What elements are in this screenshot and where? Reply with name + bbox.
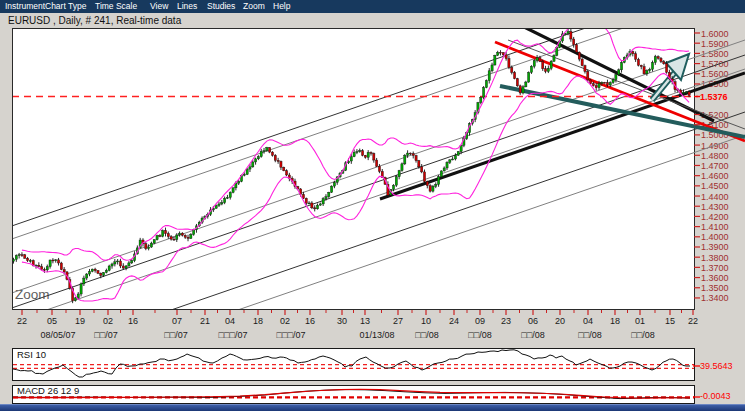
menu-item-zoom[interactable]: Zoom (243, 1, 265, 11)
macd-value-label: -0.0043 (700, 391, 731, 401)
price-axis-label: 1.4900 (701, 141, 729, 151)
x-axis-day-label: 09 (470, 316, 490, 326)
price-axis-label: 1.6000 (701, 29, 729, 39)
price-axis-label: 1.5000 (701, 130, 729, 140)
x-axis-day-label: 01 (630, 316, 650, 326)
price-axis-label: 1.4600 (701, 171, 729, 181)
x-axis-day-label: 27 (388, 316, 408, 326)
x-axis-month-label: □□□/07 (201, 330, 265, 340)
menu-item-help[interactable]: Help (273, 1, 290, 11)
x-axis-day-label: 21 (195, 316, 215, 326)
price-axis-label: 1.5800 (701, 49, 729, 59)
x-axis-day-label: 24 (444, 316, 464, 326)
price-axis-label: 1.4800 (701, 151, 729, 161)
x-axis-day-label: 16 (300, 316, 320, 326)
menu-item-view[interactable]: View (150, 1, 168, 11)
chart-plot-area[interactable] (12, 28, 695, 310)
macd-panel[interactable] (12, 385, 695, 404)
price-axis-label: 1.4400 (701, 192, 729, 202)
x-axis-month-label: □□/07 (144, 330, 208, 340)
menu-item-studies[interactable]: Studies (207, 1, 235, 11)
chart-title: EURUSD , Daily, # 241, Real-time data (8, 15, 181, 26)
x-axis-day-label: 16 (123, 316, 143, 326)
x-axis-day-label: 13 (355, 316, 375, 326)
price-axis-label: 1.5200 (701, 110, 729, 120)
x-axis-day-label: 30 (332, 316, 352, 326)
price-axis-label: 1.4200 (701, 212, 729, 222)
menu-bar: Instrument Chart Type Time Scale View Li… (0, 0, 745, 13)
macd-label: MACD 26 12 9 (17, 385, 79, 396)
rsi-value-label: 39.5643 (700, 361, 733, 371)
x-axis-day-label: 04 (578, 316, 598, 326)
rsi-label: RSI 10 (17, 349, 46, 360)
x-axis-day-label: 23 (496, 316, 516, 326)
price-axis-label: 1.4000 (701, 232, 729, 242)
price-axis-label: 1.3700 (701, 263, 729, 273)
x-axis-day-label: 15 (660, 316, 680, 326)
price-axis-label: 1.3800 (701, 253, 729, 263)
price-axis-label: 1.3600 (701, 273, 729, 283)
x-axis-day-label: 20 (550, 316, 570, 326)
menu-item-time-scale[interactable]: Time Scale (95, 1, 137, 11)
x-axis-day-label: 18 (248, 316, 268, 326)
x-axis-month-label: □□/08 (611, 330, 675, 340)
x-axis-month-label: □□□/07 (259, 330, 323, 340)
price-axis-label: 1.5900 (701, 39, 729, 49)
x-axis-day-label: 22 (683, 316, 703, 326)
price-axis-label: 1.3500 (701, 283, 729, 293)
menu-item-instrument[interactable]: Instrument (5, 1, 45, 11)
x-axis-day-label: 07 (167, 316, 187, 326)
price-axis-label: 1.5100 (701, 120, 729, 130)
x-axis-month-label: □□/07 (74, 330, 138, 340)
chart-title-bar: EURUSD , Daily, # 241, Real-time data (0, 13, 745, 28)
x-axis-day-label: 05 (42, 316, 62, 326)
app-window: { "menu": { "items": ["Instrument","Char… (0, 0, 745, 411)
taskbar[interactable] (0, 404, 745, 411)
x-axis-day-label: 18 (605, 316, 625, 326)
menu-item-chart-type[interactable]: Chart Type (45, 1, 86, 11)
x-axis-month-label: □□/08 (501, 330, 565, 340)
price-axis-label: 1.4500 (701, 181, 729, 191)
zoom-watermark: Zoom (15, 287, 50, 302)
rsi-panel[interactable] (12, 348, 695, 381)
x-axis-day-label: 04 (220, 316, 240, 326)
price-axis-label: 1.5700 (701, 59, 729, 69)
x-axis-day-label: 02 (275, 316, 295, 326)
price-axis-label: 1.5500 (701, 79, 729, 89)
price-axis-label: 1.4300 (701, 202, 729, 212)
x-axis-day-label: 22 (12, 316, 32, 326)
x-axis-day-label: 10 (416, 316, 436, 326)
price-axis-label: 1.3900 (701, 242, 729, 252)
price-axis-label: 1.4100 (701, 222, 729, 232)
x-axis-day-label: 02 (98, 316, 118, 326)
menu-item-lines[interactable]: Lines (177, 1, 197, 11)
price-axis-label: 1.5600 (701, 69, 729, 79)
price-axis-label: 1.3400 (701, 293, 729, 303)
current-price-label: 1.5376 (700, 92, 728, 102)
x-axis-day-label: 06 (523, 316, 543, 326)
x-axis-day-label: 19 (70, 316, 90, 326)
price-axis-label: 1.4700 (701, 161, 729, 171)
